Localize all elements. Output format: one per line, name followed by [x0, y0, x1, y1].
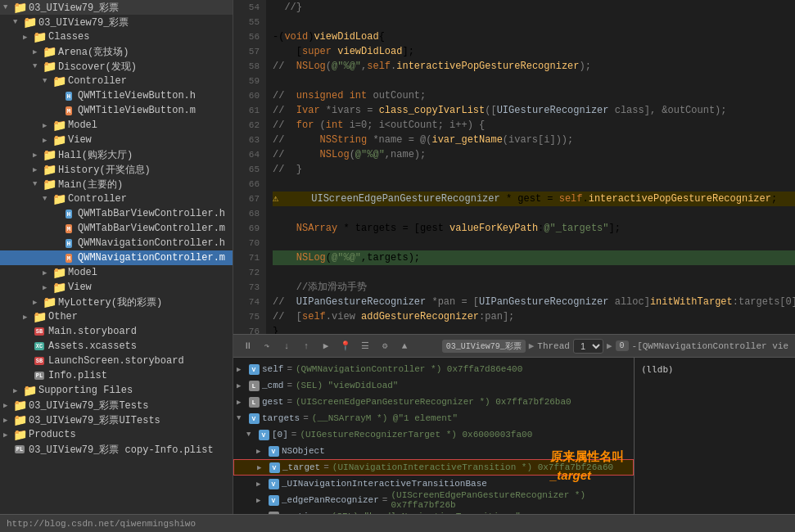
file-icon: PL	[13, 444, 26, 455]
code-line: // }	[273, 162, 795, 177]
sidebar-item-model2[interactable]: ▶📁Model	[0, 265, 233, 280]
debug-console[interactable]: (lldb)	[635, 358, 795, 514]
sidebar-item-qwmtitle_m[interactable]: MQWMTitleViewButton.m	[0, 103, 233, 118]
arrow-icon: ▶	[43, 268, 52, 277]
sidebar-item-model[interactable]: ▶📁Model	[0, 118, 233, 133]
var-expand-arrow[interactable]: ▶	[257, 463, 269, 472]
var-expand-arrow[interactable]: ▼	[237, 414, 248, 422]
sidebar-item-products[interactable]: ▶📁Products	[0, 427, 233, 442]
line-number: 68	[233, 206, 260, 221]
thread-select[interactable]: 1	[573, 339, 603, 354]
location-button[interactable]: 📍	[338, 339, 353, 354]
bottom-bar: http://blog.csdn.net/qiwenmingshiwo	[0, 514, 795, 532]
sidebar-item-label: Other	[48, 311, 233, 322]
file-icon: 📁	[43, 296, 56, 308]
sidebar-item-other[interactable]: ▶📁Other	[0, 309, 233, 324]
var-name: [0]	[272, 430, 288, 440]
var-expand-arrow[interactable]: ▶	[256, 512, 268, 515]
sidebar-item-supporting[interactable]: ▶📁Supporting Files	[0, 383, 233, 398]
app-badge: 03_UIView79_彩票	[442, 340, 526, 353]
sidebar-item-label: Main.storyboard	[48, 326, 233, 337]
line-number: 58	[233, 59, 260, 74]
sidebar-item-label: Model	[68, 267, 233, 278]
line-number: 67	[233, 192, 260, 206]
sidebar-item-qwmtitle_h[interactable]: HQWMTitleViewButton.h	[0, 88, 233, 103]
file-icon: 📁	[43, 61, 56, 72]
var-expand-arrow[interactable]: ▶	[256, 447, 268, 456]
file-icon: 📁	[33, 31, 46, 43]
step-into-button[interactable]: ↓	[279, 339, 294, 354]
debug-panel: ⏸ ↷ ↓ ↑ ▶ 📍 ☰ ⚙ ▲ 03_UIView79_彩票 ▶ Threa…	[233, 334, 795, 514]
sidebar-item-controller2[interactable]: ▼📁Controller	[0, 192, 233, 206]
sidebar-item-controller[interactable]: ▼📁Controller	[0, 74, 233, 88]
var-equals: =	[287, 397, 292, 407]
code-line: }	[273, 324, 795, 334]
sidebar-item-label: Products	[29, 429, 233, 440]
var-value: (__NSArrayM *) @"1 element"	[312, 413, 458, 423]
line-number: 64	[233, 147, 260, 162]
file-icon: 📁	[13, 414, 26, 426]
sidebar-item-qwmtabbar_h[interactable]: HQWMTabBarViewController.h	[0, 206, 233, 221]
var-name: _target	[282, 462, 320, 472]
sidebar-item-qwmnav_m[interactable]: MQWMNavigationController.m	[0, 250, 233, 265]
sidebar-item-discover[interactable]: ▼📁Discover(发现)	[0, 59, 233, 74]
sidebar-item-root2[interactable]: ▼📁03_UIView79_彩票	[0, 15, 233, 29]
var-expand-arrow[interactable]: ▶	[256, 480, 268, 489]
sidebar-item-mylottery[interactable]: ▶📁MyLottery(我的彩票)	[0, 295, 233, 309]
code-editor[interactable]: 5455565758596061626364656667686970717273…	[233, 0, 795, 334]
sidebar-item-infoplist[interactable]: PLInfo.plist	[0, 368, 233, 383]
step-over-button[interactable]: ↷	[260, 339, 274, 354]
sidebar-item-main[interactable]: ▼📁Main(主要的)	[0, 177, 233, 192]
continue-button[interactable]: ▶	[318, 339, 333, 354]
file-icon: PL	[33, 370, 46, 381]
line-number: 74	[233, 295, 260, 309]
sidebar-item-view[interactable]: ▶📁View	[0, 133, 233, 147]
var-value: (QWMNavigationController *) 0x7ffa7d86e4…	[296, 364, 522, 374]
sidebar-item-history[interactable]: ▶📁History(开奖信息)	[0, 162, 233, 177]
sidebar-item-classes[interactable]: ▶📁Classes	[0, 29, 233, 44]
sidebar-item-label: Controller	[68, 193, 233, 205]
settings-icon[interactable]: ⚙	[377, 339, 392, 354]
file-icon: 📁	[23, 16, 36, 28]
file-icon: 📁	[43, 164, 56, 175]
var-expand-arrow[interactable]: ▼	[246, 431, 258, 439]
sidebar-item-label: QWMTitleViewButton.h	[78, 90, 233, 101]
sidebar: ▼📁03_UIView79_彩票▼📁03_UIView79_彩票▶📁Classe…	[0, 0, 233, 514]
line-number: 59	[233, 74, 260, 88]
code-line: -(void)viewDidLoad{	[273, 29, 795, 44]
var-row: ▼Vtargets=(__NSArrayM *) @"1 element"	[233, 410, 634, 426]
filter-button[interactable]: ☰	[358, 339, 373, 354]
code-lines: //}-(void)viewDidLoad{ [super viewDidLoa…	[266, 0, 795, 334]
var-expand-arrow[interactable]: ▶	[237, 381, 248, 390]
step-out-button[interactable]: ↑	[299, 339, 314, 354]
code-line: NSArray * targets = [gest valueForKeyPat…	[273, 221, 795, 236]
sidebar-item-qwmtabbar_m[interactable]: MQWMTabBarViewController.m	[0, 221, 233, 236]
var-expand-arrow[interactable]: ▶	[237, 398, 248, 407]
sidebar-item-xcassets[interactable]: XCAssets.xcassets	[0, 339, 233, 354]
sidebar-item-launchstoryboard[interactable]: SBLaunchScreen.storyboard	[0, 354, 233, 368]
sidebar-item-mainstoryboard[interactable]: SBMain.storyboard	[0, 324, 233, 339]
pause-button[interactable]: ⏸	[240, 339, 255, 354]
sidebar-item-root1[interactable]: ▼📁03_UIView79_彩票	[0, 0, 233, 15]
share-icon[interactable]: ▲	[397, 339, 412, 354]
sidebar-item-view2[interactable]: ▶📁View	[0, 280, 233, 295]
var-name: NSObject	[282, 446, 325, 456]
var-equals: =	[291, 430, 297, 440]
var-expand-arrow[interactable]: ▶	[237, 365, 248, 374]
var-type-icon: L	[268, 511, 279, 514]
var-value: (UIScreenEdgePanGestureRecognizer *) 0x7…	[296, 397, 571, 407]
line-number: 70	[233, 236, 260, 250]
sidebar-item-copyinfo[interactable]: PL03_UIView79_彩票 copy-Info.plist	[0, 442, 233, 457]
var-expand-arrow[interactable]: ▶	[256, 496, 268, 505]
sidebar-item-hall[interactable]: ▶📁Hall(购彩大厅)	[0, 147, 233, 162]
sidebar-item-uitests[interactable]: ▶📁03_UIView79_彩票UITests	[0, 413, 233, 427]
line-number: 75	[233, 309, 260, 324]
sidebar-item-label: MyLottery(我的彩票)	[58, 295, 233, 309]
var-row: ▶V_edgePanRecognizer=(UIScreenEdgePanGes…	[233, 492, 634, 508]
sidebar-item-tests[interactable]: ▶📁03_UIView79_彩票Tests	[0, 398, 233, 413]
sidebar-item-arena[interactable]: ▶📁Arena(竞技场)	[0, 44, 233, 59]
line-number: 76	[233, 324, 260, 334]
line-number: 56	[233, 29, 260, 44]
code-line: ⚠ UIScreenEdgePanGestureRecognizer * ges…	[273, 192, 795, 206]
sidebar-item-qwmnav_h[interactable]: HQWMNavigationController.h	[0, 236, 233, 250]
